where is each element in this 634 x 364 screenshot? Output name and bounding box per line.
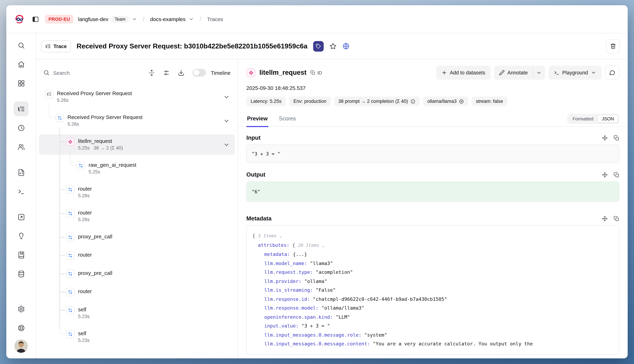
breadcrumb-section[interactable]: Traces bbox=[207, 16, 223, 22]
tree-node[interactable]: self 5.23s bbox=[39, 303, 235, 323]
tree-node[interactable]: Received Proxy Server Request 5.26s bbox=[39, 87, 235, 107]
tree-node-label: litellm_request bbox=[78, 138, 123, 144]
observation-content: Input "3 + 3 = " Output bbox=[238, 127, 628, 358]
search-button[interactable] bbox=[14, 38, 29, 53]
org-selector[interactable]: langfuse-dev Team bbox=[78, 16, 137, 23]
observation-badge[interactable]: Latency: 5.25s bbox=[246, 96, 286, 106]
format-toggle-json[interactable]: JSON bbox=[598, 115, 618, 123]
span-icon bbox=[66, 185, 75, 194]
observation-title: litellm_request bbox=[259, 69, 306, 76]
sidebar-item-settings[interactable] bbox=[14, 302, 29, 316]
copy-id-label: ID bbox=[317, 70, 322, 75]
playground-button[interactable]: Playground bbox=[548, 66, 602, 80]
home-icon bbox=[18, 60, 25, 68]
span-icon bbox=[66, 270, 75, 278]
tree-node[interactable]: router 5.26s bbox=[39, 206, 235, 226]
annotate-button[interactable]: Annotate bbox=[494, 66, 533, 80]
sidebar-item-playground[interactable] bbox=[14, 184, 29, 199]
project-selector[interactable]: docs-examples bbox=[150, 16, 194, 22]
timeline-toggle[interactable] bbox=[192, 69, 206, 76]
input-value: "3 + 3 = " bbox=[246, 144, 619, 163]
tree-node[interactable]: self 5.23s bbox=[39, 327, 235, 347]
metadata-line: attributes: { 20 Items ⌄ bbox=[252, 240, 613, 250]
sidebar-item-evaluators[interactable] bbox=[14, 210, 29, 224]
comment-icon bbox=[609, 70, 615, 76]
download-button[interactable] bbox=[178, 69, 184, 76]
tab-preview[interactable]: Preview bbox=[246, 116, 268, 126]
timeline-toggle-label: Timeline bbox=[211, 70, 231, 76]
delete-trace-button[interactable] bbox=[606, 39, 620, 53]
tree-node[interactable]: router bbox=[39, 248, 235, 263]
chevron-down-icon[interactable] bbox=[223, 141, 230, 148]
metadata-section: Metadata { 3 Items ⌄attributes: { 20 Ite… bbox=[246, 215, 619, 354]
tree-node-label: self bbox=[78, 306, 90, 313]
observation-badge[interactable]: Env: production bbox=[289, 96, 331, 106]
chevron-down-icon bbox=[132, 16, 137, 22]
observation-badge[interactable]: stream: false bbox=[472, 96, 507, 106]
expand-button[interactable] bbox=[602, 172, 608, 178]
copy-id-button[interactable]: ID bbox=[310, 70, 322, 75]
datasets-icon bbox=[18, 251, 25, 258]
expand-button[interactable] bbox=[602, 135, 608, 140]
tree-node[interactable]: router bbox=[39, 285, 235, 300]
search-icon bbox=[18, 42, 25, 49]
evaluators-icon bbox=[18, 213, 25, 220]
plus-icon bbox=[442, 70, 447, 76]
observation-panel: litellm_request ID Add to datasets bbox=[238, 59, 628, 358]
sidebar-toggle-button[interactable] bbox=[32, 16, 39, 23]
tree-node[interactable]: litellm_request 5.25s 38 → 2 (Σ 40) bbox=[39, 134, 235, 155]
annotate-dropdown-button[interactable] bbox=[533, 66, 545, 80]
comments-button[interactable] bbox=[605, 66, 619, 80]
tree-node-meta: 5.23s bbox=[78, 337, 90, 344]
copy-button[interactable] bbox=[614, 135, 619, 140]
topbar: PROD-EU langfuse-dev Team / docs-example… bbox=[6, 5, 628, 33]
tree-node[interactable]: router 5.26s bbox=[39, 182, 235, 202]
sidebar-item-insights[interactable] bbox=[14, 228, 29, 243]
chevron-down-icon[interactable] bbox=[223, 94, 230, 100]
collapse-chevron-icon[interactable]: ⌄ bbox=[279, 234, 282, 238]
span-icon bbox=[66, 209, 75, 218]
span-icon bbox=[77, 162, 85, 170]
copy-icon bbox=[614, 216, 619, 221]
chevron-down-icon[interactable] bbox=[223, 118, 230, 124]
tab-scores[interactable]: Scores bbox=[278, 116, 297, 126]
add-to-datasets-button[interactable]: Add to datasets bbox=[436, 66, 491, 80]
sidebar-item-support[interactable] bbox=[14, 320, 29, 335]
tree-node-meta: 5.26s bbox=[57, 97, 132, 104]
sidebar-item-traces[interactable] bbox=[14, 102, 29, 116]
user-avatar[interactable] bbox=[15, 340, 28, 353]
avatar-photo bbox=[15, 340, 28, 353]
tree-node[interactable]: raw_gen_ai_request 5.25s bbox=[39, 158, 235, 179]
expand-collapse-all-button[interactable] bbox=[148, 69, 155, 76]
sidebar-item-datasets[interactable] bbox=[14, 248, 29, 262]
copy-button[interactable] bbox=[614, 216, 619, 221]
sidebar-item-users[interactable] bbox=[14, 139, 29, 154]
span-icon bbox=[66, 288, 75, 296]
tree-search[interactable] bbox=[43, 70, 140, 76]
tags-button[interactable] bbox=[313, 41, 324, 52]
view-settings-button[interactable] bbox=[163, 69, 170, 76]
observation-badge[interactable]: ollama/llama3 bbox=[423, 96, 468, 106]
tree-node[interactable]: Received Proxy Server Request 5.26s bbox=[39, 110, 235, 131]
format-toggle-formatted[interactable]: Formatted bbox=[568, 115, 598, 123]
star-button[interactable] bbox=[329, 42, 337, 50]
tree-connector bbox=[59, 320, 65, 334]
sidebar-item-sessions[interactable] bbox=[14, 120, 29, 135]
tree-connector bbox=[60, 292, 65, 292]
public-link-button[interactable] bbox=[342, 42, 350, 50]
info-icon bbox=[410, 99, 415, 104]
globe-icon bbox=[342, 42, 350, 50]
generation-icon bbox=[246, 68, 256, 77]
sidebar-item-data[interactable] bbox=[14, 266, 29, 281]
sidebar-item-home[interactable] bbox=[14, 57, 29, 72]
tree-node[interactable]: proxy_pre_call bbox=[39, 266, 235, 281]
sidebar-item-prompts[interactable] bbox=[14, 165, 29, 180]
copy-button[interactable] bbox=[614, 172, 619, 178]
observation-badge[interactable]: 38 prompt → 2 completion (Σ 40) bbox=[334, 96, 419, 106]
tree-node-label: raw_gen_ai_request bbox=[89, 162, 136, 168]
collapse-chevron-icon[interactable]: ⌄ bbox=[322, 243, 324, 248]
tree-node[interactable]: proxy_pre_call bbox=[39, 230, 235, 245]
expand-button[interactable] bbox=[602, 216, 608, 221]
sidebar-item-dashboards[interactable] bbox=[14, 76, 29, 90]
tree-search-input[interactable] bbox=[53, 70, 92, 76]
